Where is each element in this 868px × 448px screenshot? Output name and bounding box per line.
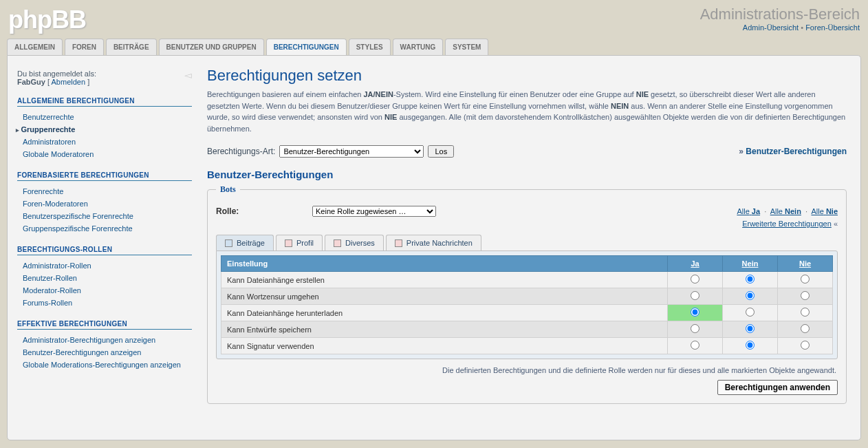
link-forum-overview[interactable]: Foren-Übersicht (805, 23, 860, 32)
page-title: Berechtigungen setzen (207, 67, 847, 85)
sidebar-heading: FORENBASIERTE BERECHTIGUNGEN (17, 171, 192, 181)
radio-no[interactable] (746, 308, 755, 317)
sidebar-item[interactable]: Moderator-Rollen (23, 286, 81, 295)
subtab-indicator-icon (285, 239, 292, 247)
admin-area-title: Administrations-Bereich (700, 6, 860, 23)
radio-no[interactable] (746, 291, 755, 300)
th-yes[interactable]: Ja (668, 256, 723, 272)
sidebar-heading: EFFEKTIVE BERECHTIGUNGEN (17, 320, 192, 330)
radio-no[interactable] (746, 341, 755, 350)
sidebar-heading: ALLGEMEINE BERECHTIGUNGEN (17, 97, 192, 107)
subtab-indicator-icon (225, 239, 232, 247)
tab-beiträge[interactable]: BEITRÄGE (107, 39, 156, 55)
radio-yes[interactable] (691, 308, 699, 317)
table-row: Kann Entwürfe speichern (221, 321, 833, 338)
all-no-link[interactable]: Alle Nein (770, 207, 801, 215)
radio-never[interactable] (801, 308, 810, 317)
go-button[interactable]: Los (428, 145, 454, 158)
th-no[interactable]: Nein (723, 256, 778, 272)
sidebar-item[interactable]: Gruppenspezifische Forenrechte (23, 224, 133, 233)
tab-system[interactable]: SYSTEM (446, 39, 488, 55)
radio-yes[interactable] (691, 324, 699, 333)
all-never-link[interactable]: Alle Nie (811, 207, 838, 215)
sidebar-item[interactable]: Administratoren (23, 138, 76, 146)
logo: phpBB (8, 6, 86, 34)
th-setting: Einstellung (221, 256, 668, 272)
radio-yes[interactable] (691, 291, 699, 300)
sidebar-item[interactable]: Forums-Rollen (23, 299, 72, 307)
tab-allgemein[interactable]: ALLGEMEIN (8, 39, 62, 55)
quick-links: Alle Ja · Alle Nein · Alle Nie (737, 207, 838, 215)
section-title: Benutzer-Berechtigungen (207, 169, 847, 180)
logout-bracket: [ Abmelden ] (47, 78, 89, 86)
radio-never[interactable] (801, 291, 810, 300)
link-admin-overview[interactable]: Admin-Übersicht (743, 23, 799, 32)
role-select[interactable]: Keine Rolle zugewiesen … (312, 206, 436, 217)
type-label: Berechtigungs-Art: (207, 147, 275, 156)
subtab-indicator-icon (334, 239, 341, 247)
login-user: FabGuy (17, 78, 45, 86)
footer-note: Die definierten Berechtigungen und die d… (217, 366, 836, 374)
subtab-private-nachrichten[interactable]: Private Nachrichten (386, 235, 481, 250)
login-prefix: Du bist angemeldet als: (17, 70, 96, 78)
sidebar-item[interactable]: Administrator-Berechtigungen anzeigen (23, 336, 155, 344)
radio-no[interactable] (746, 275, 755, 284)
intro-text: Berechtigungen basieren auf einem einfac… (207, 89, 847, 134)
sidebar-item[interactable]: Gruppenrechte (21, 125, 76, 134)
subtab-indicator-icon (395, 239, 402, 247)
tab-benutzer-und-gruppen[interactable]: BENUTZER UND GRUPPEN (160, 39, 263, 55)
role-label: Rolle: (216, 206, 299, 216)
setting-label: Kann Dateianhänge herunterladen (221, 305, 668, 321)
table-row: Kann Dateianhänge herunterladen (221, 305, 833, 321)
sidebar-item[interactable]: Forenrechte (23, 187, 63, 195)
logout-link[interactable]: Abmelden (52, 78, 86, 86)
th-never[interactable]: Nie (778, 256, 833, 272)
radio-never[interactable] (801, 324, 810, 333)
permission-type-select[interactable]: Benutzer-Berechtigungen (279, 145, 424, 158)
sidebar-item[interactable]: Foren-Moderatoren (23, 200, 88, 208)
radio-never[interactable] (801, 275, 810, 284)
permissions-fieldset: Bots Rolle: Keine Rolle zugewiesen … All… (207, 184, 847, 404)
sidebar-item[interactable]: Benutzerrechte (23, 113, 74, 121)
radio-never[interactable] (801, 341, 810, 350)
subtab-diverses[interactable]: Diverses (325, 235, 384, 250)
sidebar-item[interactable]: Globale Moderatoren (23, 150, 94, 158)
setting-label: Kann Dateianhänge erstellen (221, 272, 668, 288)
sidebar-toggle-icon[interactable]: ◅ (184, 70, 192, 81)
advanced-permissions-link[interactable]: Erweiterte Berechtigungen (742, 220, 832, 228)
setting-label: Kann Wortzensur umgehen (221, 288, 668, 305)
table-row: Kann Dateianhänge erstellen (221, 272, 833, 288)
fieldset-legend: Bots (216, 184, 240, 195)
setting-label: Kann Entwürfe speichern (221, 321, 668, 338)
all-yes-link[interactable]: Alle Ja (737, 207, 760, 215)
radio-yes[interactable] (691, 341, 699, 350)
breadcrumb-prefix: » (739, 147, 746, 156)
sidebar: ◅ Du bist angemeldet als: FabGuy [ Abmel… (14, 63, 200, 433)
tab-styles[interactable]: STYLES (349, 39, 390, 55)
setting-label: Kann Signatur verwenden (221, 338, 668, 354)
main-tabs: ALLGEMEINFORENBEITRÄGEBENUTZER UND GRUPP… (0, 39, 868, 55)
table-row: Kann Signatur verwenden (221, 338, 833, 354)
sidebar-item[interactable]: Benutzer-Berechtigungen anzeigen (23, 348, 141, 356)
sidebar-item[interactable]: Benutzerspezifische Forenrechte (23, 212, 133, 220)
radio-yes[interactable] (691, 275, 699, 284)
table-row: Kann Wortzensur umgehen (221, 288, 833, 305)
separator: • (799, 23, 805, 32)
breadcrumb-link[interactable]: Benutzer-Berechtigungen (746, 147, 847, 156)
radio-no[interactable] (746, 324, 755, 333)
sidebar-item[interactable]: Benutzer-Rollen (23, 274, 77, 282)
subtab-profil[interactable]: Profil (276, 235, 323, 250)
tab-wartung[interactable]: WARTUNG (393, 39, 443, 55)
sidebar-item[interactable]: Administrator-Rollen (23, 262, 91, 270)
subtab-beiträge[interactable]: Beiträge (216, 235, 274, 250)
main-content: Berechtigungen setzen Berechtigungen bas… (200, 63, 854, 433)
apply-button[interactable]: Berechtigungen anwenden (717, 380, 838, 395)
sidebar-item[interactable]: Globale Moderations-Berechtigungen anzei… (23, 361, 181, 369)
sidebar-heading: BERECHTIGUNGS-ROLLEN (17, 246, 192, 255)
tab-foren[interactable]: FOREN (65, 39, 103, 55)
tab-berechtigungen[interactable]: BERECHTIGUNGEN (267, 39, 346, 55)
permissions-table: Einstellung Ja Nein Nie Kann Dateianhäng… (221, 255, 833, 354)
